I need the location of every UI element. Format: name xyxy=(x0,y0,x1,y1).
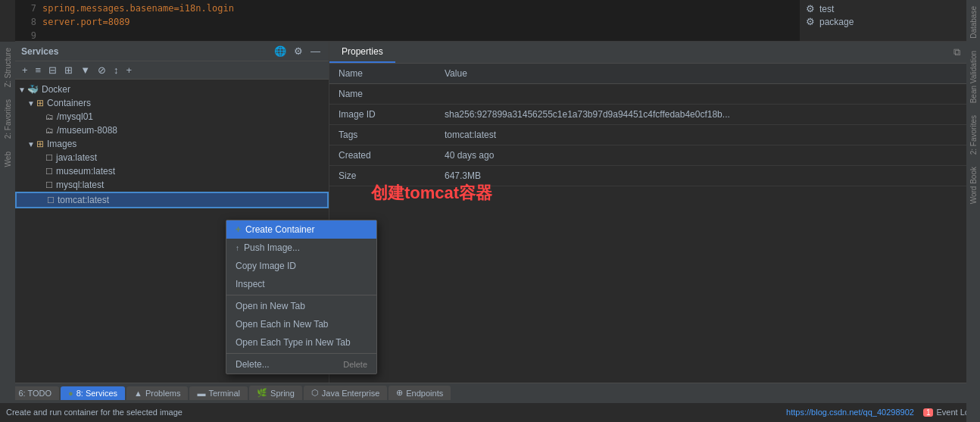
status-bar: Create and run container for the selecte… xyxy=(0,403,980,423)
properties-tabs: Properties ⧉ xyxy=(329,42,966,64)
code-editor[interactable]: 7 spring.messages.basename=i18n.login 8 … xyxy=(15,0,800,41)
prop-row-4: Size647.3MB xyxy=(329,166,966,186)
right-tab-bean[interactable]: Bean Validation xyxy=(968,45,979,109)
tab-properties[interactable]: Properties xyxy=(329,42,395,63)
tab-terminal[interactable]: ▬ Terminal xyxy=(189,386,248,400)
ctx-delete-label: Delete... xyxy=(236,359,270,370)
left-tab-web[interactable]: Web xyxy=(2,145,14,173)
tree-docker[interactable]: ▼ 🐳 Docker xyxy=(15,83,329,96)
prop-value-3: 40 days ago xyxy=(435,145,966,166)
tab-services[interactable]: ● 8: Services xyxy=(61,386,125,400)
tree-museum[interactable]: 🗂 /museum-8088 xyxy=(15,123,329,137)
ctx-open-each-new-tab[interactable]: Open Each in New Tab xyxy=(226,315,376,333)
line-num-8: 8 xyxy=(21,15,36,29)
ctx-copy-image-id[interactable]: Copy Image ID xyxy=(226,257,376,275)
event-badge: 1 xyxy=(923,408,934,417)
ctx-open-new-tab[interactable]: Open in New Tab xyxy=(226,297,376,315)
services-header: Services 🌐 ⚙ — xyxy=(15,42,329,61)
ctx-inspect-label: Inspect xyxy=(236,279,265,289)
tomcat-icon: ☐ xyxy=(47,195,55,205)
top-right-test-label: test xyxy=(819,4,834,14)
toolbar-add-btn[interactable]: + xyxy=(20,64,30,77)
right-tab-wordbook[interactable]: Word Book xyxy=(968,161,979,210)
status-left-text: Create and run container for the selecte… xyxy=(6,408,183,417)
tab-java-ent-label: Java Enterprise xyxy=(322,389,379,398)
prop-name-2: Tags xyxy=(329,125,435,145)
tab-spring[interactable]: 🌿 Spring xyxy=(249,386,302,400)
left-tab-structure[interactable]: Z: Structure xyxy=(2,42,14,93)
status-url[interactable]: https://blog.csdn.net/qq_40298902 xyxy=(786,408,914,417)
prop-row-2: Tagstomcat:latest xyxy=(329,125,966,145)
copy-properties-btn[interactable]: ⧉ xyxy=(947,42,966,63)
toolbar-filter-btn[interactable]: ▼ xyxy=(78,64,92,77)
ctx-delete-shortcut: Delete xyxy=(343,360,367,369)
services-globe-btn[interactable]: 🌐 xyxy=(272,45,289,58)
status-right: https://blog.csdn.net/qq_40298902 1 Even… xyxy=(786,408,974,417)
java-label: java:latest xyxy=(56,152,97,163)
code-line-8: server.port=8089 xyxy=(42,15,130,29)
prop-name-1: Image ID xyxy=(329,105,435,125)
services-panel: Services 🌐 ⚙ — + ≡ ⊟ ⊞ ▼ ⊘ ↕ + ▼ 🐳 Docke… xyxy=(15,42,329,383)
prop-row-1: Image IDsha256:927899a31456255c1e1a73b97… xyxy=(329,105,966,125)
tab-java-enterprise[interactable]: ⬡ Java Enterprise xyxy=(304,386,387,400)
museum-icon: 🗂 xyxy=(45,126,54,135)
services-toolbar: + ≡ ⊟ ⊞ ▼ ⊘ ↕ + xyxy=(15,61,329,80)
endpoints-icon: ⊕ xyxy=(396,388,403,398)
services-settings-btn[interactable]: ⚙ xyxy=(292,45,305,58)
problems-icon: ▲ xyxy=(134,389,142,398)
mysql-img-icon: ☐ xyxy=(45,180,53,190)
ctx-open-each-label: Open Each in New Tab xyxy=(236,319,329,330)
gear-icon-test: ⚙ xyxy=(806,3,815,14)
museum-img-label: museum:latest xyxy=(56,166,115,177)
ctx-push-image[interactable]: ↑ Push Image... xyxy=(226,239,376,257)
services-title: Services xyxy=(21,46,58,57)
tree-mysql-img[interactable]: ☐ mysql:latest xyxy=(15,178,329,192)
tree-containers[interactable]: ▼ ⊞ Containers xyxy=(15,96,329,110)
services-icons: 🌐 ⚙ — xyxy=(272,45,323,58)
tab-endpoints[interactable]: ⊕ Endpoints xyxy=(389,386,451,400)
toolbar-collapse-btn[interactable]: ⊟ xyxy=(46,64,59,77)
tree-images[interactable]: ▼ ⊞ Images xyxy=(15,137,329,151)
top-area: 7 spring.messages.basename=i18n.login 8 … xyxy=(15,0,966,42)
ctx-open-each-type[interactable]: Open Each Type in New Tab xyxy=(226,333,376,352)
containers-icon: ⊞ xyxy=(36,98,44,108)
mysql01-label: /mysql01 xyxy=(57,111,93,122)
toolbar-ban-btn[interactable]: ⊘ xyxy=(95,64,108,77)
prop-name-4: Size xyxy=(329,166,435,186)
prop-name-0: Name xyxy=(329,84,435,105)
tree-mysql01[interactable]: 🗂 /mysql01 xyxy=(15,110,329,123)
left-tab-favorites[interactable]: 2: Favorites xyxy=(2,93,14,145)
bottom-bar: ≡ 6: TODO ● 8: Services ▲ Problems ▬ Ter… xyxy=(0,383,980,422)
gear-icon-package: ⚙ xyxy=(806,16,815,27)
prop-value-4: 647.3MB xyxy=(435,166,966,186)
tab-problems[interactable]: ▲ Problems xyxy=(126,386,188,400)
tab-problems-label: Problems xyxy=(145,389,180,398)
terminal-icon: ▬ xyxy=(197,389,205,398)
tab-todo-label: 6: TODO xyxy=(18,389,51,398)
left-sidebar: Z: Structure 2: Favorites Web xyxy=(0,42,15,403)
right-tab-database[interactable]: Database xyxy=(968,0,979,45)
properties-table: Name Value NameImage IDsha256:927899a314… xyxy=(329,64,966,383)
ctx-delete[interactable]: Delete... Delete xyxy=(226,355,376,374)
containers-arrow: ▼ xyxy=(27,99,36,108)
docker-label: Docker xyxy=(42,84,70,95)
docker-arrow: ▼ xyxy=(18,86,27,94)
java-ent-icon: ⬡ xyxy=(311,388,319,398)
ctx-create-container[interactable]: + Create Container xyxy=(226,220,376,239)
tree-java[interactable]: ☐ java:latest xyxy=(15,151,329,164)
ctx-inspect[interactable]: Inspect xyxy=(226,275,376,293)
right-sidebar: Database Bean Validation 2: Favorites Wo… xyxy=(966,0,980,422)
ctx-open-type-label: Open Each Type in New Tab xyxy=(236,337,351,348)
right-tab-favorites[interactable]: 2: Favorites xyxy=(968,109,979,161)
docker-icon: 🐳 xyxy=(27,84,39,95)
tree-tomcat[interactable]: ☐ tomcat:latest xyxy=(15,192,329,208)
code-line-7: spring.messages.basename=i18n.login xyxy=(42,2,234,15)
toolbar-align-btn[interactable]: ≡ xyxy=(33,64,44,77)
toolbar-grid-btn[interactable]: ⊞ xyxy=(62,64,75,77)
toolbar-add2-btn[interactable]: + xyxy=(124,64,135,77)
toolbar-sort-btn[interactable]: ↕ xyxy=(111,64,121,77)
services-minimize-btn[interactable]: — xyxy=(308,45,323,58)
prop-name-3: Created xyxy=(329,145,435,166)
tree-museum-img[interactable]: ☐ museum:latest xyxy=(15,164,329,178)
col-name: Name xyxy=(329,64,435,84)
